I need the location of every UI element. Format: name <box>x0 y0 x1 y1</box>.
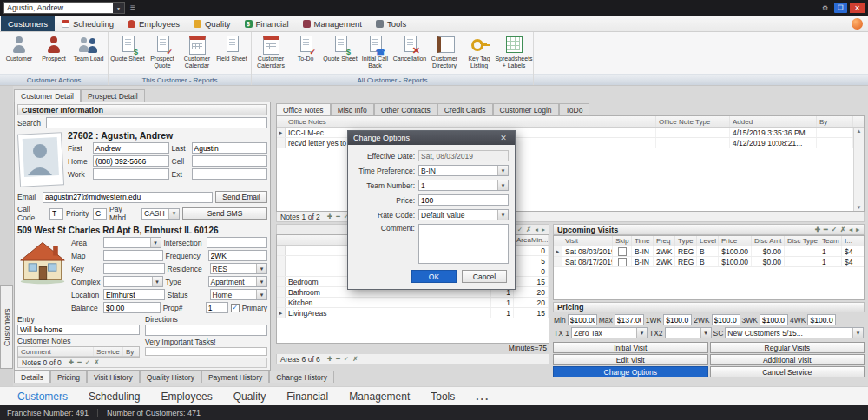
areas-nav-icons[interactable]: ✚ ━ ✓ ✗ <box>327 355 359 363</box>
chevron-down-icon[interactable] <box>113 3 124 13</box>
edit-visit-button[interactable]: Edit Visit <box>553 354 708 365</box>
skip-checkbox[interactable] <box>618 247 627 256</box>
customer-notes-grid[interactable]: Comment Service By <box>17 346 140 358</box>
settings-icon[interactable] <box>819 3 832 13</box>
tab-prospect-detail[interactable]: Prospect Detail <box>81 89 145 102</box>
quote-sheet-all-button[interactable]: Quote Sheet <box>323 34 358 74</box>
restore-icon[interactable] <box>834 3 847 13</box>
tab-customer-detail[interactable]: Customer Detail <box>14 89 81 102</box>
change-options-button[interactable]: Change Options <box>553 366 708 377</box>
dialog-close-icon[interactable] <box>497 134 510 142</box>
important-tasks-box[interactable] <box>145 347 267 356</box>
residence-select[interactable]: RES <box>210 263 268 274</box>
tab-todo[interactable]: ToDo <box>559 103 590 115</box>
visit-row[interactable]: Sat 08/17/2019 B-IN 2WK REG B $100.00 $0… <box>554 257 864 267</box>
priority-field[interactable] <box>93 208 107 220</box>
todo-button[interactable]: To-Do <box>288 34 323 74</box>
office-col-type[interactable]: Office Note Type <box>656 116 730 127</box>
tab-quality-history[interactable]: Quality History <box>140 371 201 383</box>
visit-row[interactable]: ▸ Sat 08/03/2019 B-IN 2WK REG B $100.00 … <box>554 246 864 257</box>
balance-field[interactable] <box>103 302 161 313</box>
customer-button[interactable]: Customer <box>2 34 36 74</box>
area-row[interactable]: ▸LivingAreas115 <box>277 308 549 318</box>
tx1-select[interactable]: Zero Tax <box>571 327 648 338</box>
entry-field[interactable] <box>17 325 140 335</box>
search-input[interactable] <box>46 117 267 128</box>
time-preference-select[interactable]: B-IN <box>418 165 509 176</box>
cancellation-button[interactable]: Cancellation <box>392 34 427 74</box>
menu-tab-scheduling[interactable]: Scheduling <box>55 16 121 31</box>
bottom-nav-quality[interactable]: Quality <box>223 390 276 403</box>
menu-tab-customers[interactable]: Customers <box>1 16 55 31</box>
areas-col-areamin[interactable]: AreaMin... <box>514 235 549 245</box>
initial-call-back-button[interactable]: Initial Call Back <box>358 34 392 74</box>
tx2-select[interactable] <box>665 327 712 338</box>
menu-tab-management[interactable]: Management <box>296 16 369 31</box>
area-select[interactable] <box>103 237 161 248</box>
3wk-price-field[interactable] <box>760 314 788 325</box>
first-name-field[interactable] <box>93 142 169 154</box>
comment-field[interactable] <box>418 224 509 264</box>
tab-payment-history[interactable]: Payment History <box>201 371 269 383</box>
customer-selector[interactable]: Agustin, Andrew <box>3 2 125 14</box>
ok-button[interactable]: OK <box>411 270 457 283</box>
tab-customer-login[interactable]: Customer Login <box>493 103 559 115</box>
customer-calendars-button[interactable]: Customer Calendars <box>253 34 288 74</box>
menu-icon[interactable] <box>130 3 135 12</box>
more-icon[interactable]: ... <box>465 390 500 403</box>
close-icon[interactable] <box>850 3 865 13</box>
1wk-price-field[interactable] <box>663 314 692 325</box>
price-field[interactable] <box>418 194 509 206</box>
office-col-by[interactable]: By <box>817 116 853 127</box>
additional-visit-button[interactable]: Additional Visit <box>710 354 865 365</box>
quote-sheet-button[interactable]: Quote Sheet <box>110 34 145 74</box>
customer-directory-button[interactable]: Customer Directory <box>427 34 462 74</box>
2wk-price-field[interactable] <box>712 314 740 325</box>
type-select[interactable]: Apartment <box>208 276 268 287</box>
email-field[interactable] <box>43 192 213 203</box>
menu-tab-quality[interactable]: Quality <box>187 16 238 31</box>
regular-visits-button[interactable]: Regular Visits <box>710 342 865 353</box>
4wk-price-field[interactable] <box>807 314 836 325</box>
tab-credit-cards[interactable]: Credit Cards <box>437 103 493 115</box>
cancel-button[interactable]: Cancel <box>462 270 507 283</box>
key-tag-listing-button[interactable]: Key Tag Listing <box>462 34 496 74</box>
bottom-nav-employees[interactable]: Employees <box>150 390 222 403</box>
intersection-field[interactable] <box>207 237 268 248</box>
send-sms-button[interactable]: Send SMS <box>182 207 267 220</box>
tab-details[interactable]: Details <box>14 371 50 383</box>
office-col-added[interactable]: Added <box>730 116 817 127</box>
ext-field[interactable] <box>192 168 268 180</box>
tab-visit-history[interactable]: Visit History <box>87 371 140 383</box>
team-load-button[interactable]: Team Load <box>71 34 106 74</box>
bottom-nav-management[interactable]: Management <box>339 390 420 403</box>
location-field[interactable] <box>103 289 165 300</box>
skip-checkbox[interactable] <box>618 258 627 266</box>
frequency-field[interactable] <box>208 250 268 261</box>
key-field[interactable] <box>103 263 165 274</box>
pr op-field[interactable] <box>206 302 228 313</box>
menu-tab-tools[interactable]: Tools <box>369 16 413 31</box>
tab-change-history[interactable]: Change History <box>269 371 334 383</box>
prospect-quote-button[interactable]: Prospect Quote <box>145 34 180 74</box>
home-phone-field[interactable] <box>93 155 169 167</box>
work-phone-field[interactable] <box>93 168 169 180</box>
help-icon[interactable] <box>852 18 863 30</box>
tab-other-contacts[interactable]: Other Contacts <box>374 103 437 115</box>
field-sheet-button[interactable]: Field Sheet <box>214 34 249 74</box>
dialog-title-bar[interactable]: Change Options <box>348 131 515 145</box>
source-code-select[interactable]: New Customers 5/15... <box>725 327 864 338</box>
cell-phone-field[interactable] <box>192 155 268 167</box>
status-select[interactable]: Home <box>210 289 268 300</box>
min-price-field[interactable] <box>568 314 597 325</box>
rate-code-select[interactable]: Default Value <box>418 209 509 220</box>
complex-select[interactable] <box>103 276 163 287</box>
call-code-field[interactable] <box>49 208 63 220</box>
cancel-service-button[interactable]: Cancel Service <box>710 366 865 377</box>
side-tab-customers[interactable]: Customers <box>0 285 13 369</box>
tab-pricing[interactable]: Pricing <box>50 371 87 383</box>
directions-field[interactable] <box>145 325 267 336</box>
initial-visit-button[interactable]: Initial Visit <box>553 342 708 353</box>
last-name-field[interactable] <box>192 142 268 154</box>
tab-office-notes[interactable]: Office Notes <box>276 103 331 115</box>
